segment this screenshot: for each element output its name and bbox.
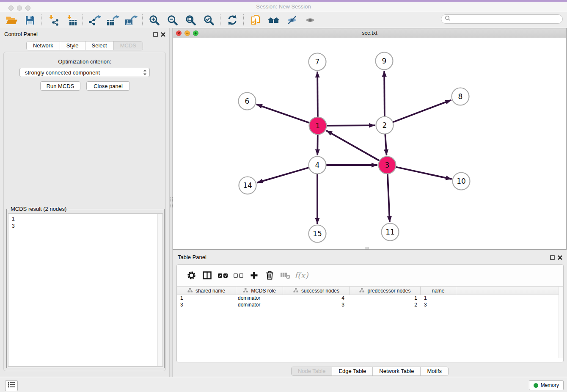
column-header-predecessor-nodes[interactable]: predecessor nodes (350, 287, 421, 295)
tab-mcds[interactable]: MCDS (113, 41, 143, 50)
table-vertical-scrollbar[interactable] (559, 287, 563, 358)
node-15[interactable]: 15 (309, 225, 326, 243)
node-2[interactable]: 2 (376, 117, 394, 134)
first-neighbors-icon[interactable] (246, 14, 264, 27)
add-icon[interactable] (246, 269, 262, 282)
network-canvas[interactable]: 7968124314101511 (173, 38, 566, 249)
zoom-selected-icon[interactable] (200, 14, 218, 27)
table-row[interactable]: 3dominator323 (177, 302, 563, 309)
refresh-icon[interactable] (223, 14, 241, 27)
select-all-icon[interactable] (215, 269, 231, 282)
cell-shared-name[interactable]: 3 (177, 302, 236, 309)
optimization-select[interactable]: strongly connected component (19, 68, 150, 77)
node-4[interactable]: 4 (309, 157, 326, 174)
node-3[interactable]: 3 (379, 157, 396, 174)
mcds-panel: Optimization criterion: strongly connect… (3, 52, 166, 371)
node-9[interactable]: 9 (376, 52, 393, 70)
cell-name[interactable]: 3 (421, 302, 456, 309)
toolbar-separator (83, 14, 83, 26)
table-float-panel-icon[interactable] (549, 254, 555, 260)
column-header-successor-nodes[interactable]: successor nodes (283, 287, 350, 295)
column-header-shared-name[interactable]: shared name (177, 287, 236, 295)
main-toolbar (0, 12, 567, 28)
cell-shared-name[interactable]: 1 (177, 295, 236, 302)
tab-select[interactable]: Select (85, 41, 113, 50)
split-columns-icon[interactable] (199, 269, 215, 282)
export-image-icon[interactable] (122, 14, 140, 27)
run-mcds-button[interactable]: Run MCDS (40, 81, 80, 91)
search-field[interactable] (441, 14, 563, 24)
close-panel-button[interactable]: Close panel (86, 81, 130, 91)
tab-network-table[interactable]: Network Table (372, 367, 420, 375)
table-toolbar: f(x) (177, 265, 563, 286)
node-7[interactable]: 7 (309, 53, 326, 71)
svg-text:6: 6 (245, 97, 250, 105)
control-panel-tabs: NetworkStyleSelectMCDS (0, 41, 169, 50)
select-stepper-icon (143, 69, 147, 76)
import-network-icon[interactable] (44, 14, 62, 27)
show-all-icon[interactable] (301, 14, 319, 27)
zoom-in-icon[interactable] (145, 14, 163, 27)
home-icon[interactable] (264, 14, 283, 27)
zoom-fit-icon[interactable] (182, 14, 200, 27)
column-header-name[interactable]: name (421, 287, 456, 295)
cell-predecessor-nodes[interactable]: 1 (350, 295, 421, 302)
table-panel: Table Panel f(x) shared nameMCDS rolesuc… (173, 250, 567, 377)
svg-text:14: 14 (243, 181, 252, 190)
search-input[interactable] (453, 16, 562, 22)
canvas-resize-grip[interactable] (365, 247, 369, 249)
cell-MCDS-role[interactable]: dominator (236, 302, 283, 309)
cell-name[interactable]: 1 (421, 295, 456, 302)
vertical-splitter[interactable] (169, 28, 173, 377)
edge-2-8[interactable] (385, 100, 451, 125)
import-table-icon[interactable] (62, 14, 80, 27)
trash-icon[interactable] (262, 269, 278, 282)
gear-icon[interactable] (184, 269, 199, 282)
window-title: Session: New Session (0, 3, 567, 10)
column-header-MCDS-role[interactable]: MCDS role (236, 287, 283, 295)
node-11[interactable]: 11 (382, 224, 399, 241)
toolbar-separator (41, 14, 42, 26)
open-session-icon[interactable] (3, 14, 21, 27)
tab-edge-table[interactable]: Edge Table (332, 367, 372, 375)
export-table-icon[interactable] (104, 14, 122, 27)
node-6[interactable]: 6 (239, 93, 256, 110)
edge-3-1[interactable] (326, 130, 387, 165)
float-panel-icon[interactable] (152, 31, 158, 37)
mcds-result-lines: 13 (8, 214, 162, 230)
table-close-panel-icon[interactable] (557, 254, 563, 260)
svg-text:8: 8 (458, 92, 463, 101)
export-network-icon[interactable] (85, 14, 104, 27)
cell-filler (456, 302, 563, 309)
tab-style[interactable]: Style (60, 41, 85, 50)
node-10[interactable]: 10 (453, 173, 470, 190)
memory-button[interactable]: Memory (529, 380, 564, 390)
tab-motifs[interactable]: Motifs (420, 367, 448, 375)
cell-filler (456, 295, 563, 302)
save-session-icon[interactable] (21, 14, 39, 27)
task-history-button[interactable] (5, 380, 18, 391)
mcds-result-scrollbar[interactable] (157, 214, 162, 366)
column-tree-icon (243, 288, 248, 294)
close-panel-icon[interactable] (160, 31, 166, 37)
cell-successor-nodes[interactable]: 3 (283, 302, 350, 309)
cell-successor-nodes[interactable]: 4 (283, 295, 350, 302)
node-8[interactable]: 8 (452, 88, 469, 105)
tab-network[interactable]: Network (27, 41, 60, 50)
node-14[interactable]: 14 (239, 177, 256, 194)
edge-1-6[interactable] (256, 105, 318, 126)
table-row[interactable]: 1dominator411 (177, 295, 563, 302)
zoom-out-icon[interactable] (163, 14, 182, 27)
tab-node-table[interactable]: Node Table (292, 367, 332, 375)
edge-3-10[interactable] (387, 165, 452, 179)
deselect-all-icon[interactable] (231, 269, 246, 282)
cell-MCDS-role[interactable]: dominator (236, 295, 283, 302)
node-1[interactable]: 1 (309, 117, 327, 135)
cell-predecessor-nodes[interactable]: 2 (350, 302, 421, 309)
mcds-result-textarea[interactable]: 13 (8, 213, 163, 367)
edge-4-14[interactable] (257, 165, 317, 183)
node-table-container: f(x) shared nameMCDS rolesuccessor nodes… (176, 264, 564, 362)
network-view-window: scc.txt 7968124314101511 (173, 28, 567, 250)
hide-selected-icon[interactable] (283, 14, 301, 27)
network-window-titlebar[interactable]: scc.txt (173, 28, 566, 38)
